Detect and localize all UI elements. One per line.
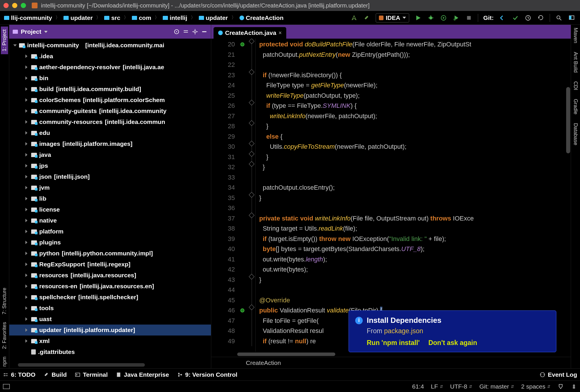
breadcrumb-item[interactable]: CreateAction [238,14,285,22]
tree-item[interactable]: java [9,149,211,160]
fold-toggle[interactable] [249,304,255,310]
tool-tab-ant[interactable]: Ant Build [572,51,579,74]
expand-arrow-icon[interactable] [25,197,29,200]
fold-toggle[interactable] [249,69,255,75]
code-area[interactable]: protected void doBuildPatchFile(File old… [256,39,571,352]
expand-arrow-icon[interactable] [25,284,29,288]
expand-arrow-icon[interactable] [25,164,29,167]
tool-tab-gradle[interactable]: Gradle [572,98,579,116]
tool-tab-version-control[interactable]: 9: Version Control [177,371,237,378]
caret-position[interactable]: 61:4 [412,383,424,390]
expand-arrow-icon[interactable] [25,252,29,255]
run-npm-install-link[interactable]: Run 'npm install' [367,339,420,347]
expand-arrow-icon[interactable] [13,44,17,46]
fold-toggle[interactable] [249,151,255,157]
tree-item[interactable]: edu [9,127,211,138]
inspection-profile[interactable] [571,383,577,390]
fold-toggle[interactable] [249,100,255,105]
locate-button[interactable] [173,29,180,35]
tool-windows-toggle[interactable] [3,384,10,389]
hammer-icon[interactable] [363,14,371,22]
run-button[interactable] [414,14,422,22]
breadcrumb-item[interactable]: com [130,14,153,22]
profile-button[interactable] [452,14,460,22]
expand-all-button[interactable] [183,29,189,35]
dont-ask-again-link[interactable]: Don't ask again [428,339,477,347]
tree-item[interactable]: uast [9,314,211,325]
vcs-revert-button[interactable] [537,14,545,22]
expand-arrow-icon[interactable] [25,87,29,91]
expand-arrow-icon[interactable] [25,131,29,135]
expand-arrow-icon[interactable] [25,295,29,299]
expand-arrow-icon[interactable] [25,98,29,102]
expand-arrow-icon[interactable] [25,120,29,124]
breadcrumb-item[interactable]: llij-community [2,14,54,22]
expand-arrow-icon[interactable] [25,328,29,332]
fold-column[interactable] [248,39,256,352]
fold-toggle[interactable] [249,212,255,218]
tool-tab-cdi[interactable]: CDI [572,80,579,91]
breadcrumb-item[interactable]: src [102,14,122,22]
tool-tab-todo[interactable]: 6: TODO [3,371,35,378]
event-log-button[interactable]: Event Log [540,371,577,378]
fold-toggle[interactable] [249,39,255,44]
tree-item[interactable]: colorSchemes [intellij.platform.colorSch… [9,95,211,105]
expand-arrow-icon[interactable] [25,241,29,244]
maximize-window-button[interactable] [21,3,26,8]
tree-item[interactable]: json [intellij.json] [9,171,211,182]
tree-item[interactable]: license [9,204,211,215]
indent-settings[interactable]: 2 spaces⇵ [521,383,551,390]
project-view-selector[interactable]: Project [21,28,41,35]
editor-tab[interactable]: CreateAction.java × [214,27,286,39]
tree-item[interactable]: bin [9,73,211,84]
expand-arrow-icon[interactable] [25,109,29,113]
run-config-selector[interactable]: IDEA [376,13,409,22]
editor-body[interactable]: 2021222324252627282930313233343536373839… [211,39,571,352]
line-separator[interactable]: LF⇵ [431,383,443,390]
horizontal-scrollbar[interactable] [18,363,145,367]
search-everywhere-button[interactable] [555,14,563,22]
vcs-commit-button[interactable] [512,14,519,22]
editor-breadcrumb[interactable]: CreateAction [211,357,571,368]
override-gutter-icon[interactable] [240,308,244,312]
expand-arrow-icon[interactable] [25,306,29,310]
tree-item[interactable]: jvm [9,182,211,193]
settings-button[interactable] [192,29,198,35]
tree-item[interactable]: jps [9,160,211,171]
tool-tab-project[interactable]: 1: Project [1,27,8,54]
git-branch[interactable]: Git: master⇵ [479,383,514,390]
file-encoding[interactable]: UTF-8⇵ [450,383,473,390]
tree-item[interactable]: build [intellij.idea.community.build] [9,84,211,95]
expand-arrow-icon[interactable] [25,219,29,222]
tree-item[interactable]: .idea [9,51,211,62]
expand-arrow-icon[interactable] [25,65,29,69]
tree-item[interactable]: resources [intellij.java.resources] [9,270,211,281]
tree-item[interactable]: native [9,215,211,226]
breadcrumb-item[interactable]: updater [197,14,230,22]
tree-item[interactable]: plugins [9,237,211,248]
breadcrumb-item[interactable]: updater [62,14,94,22]
project-tree[interactable]: intellij-community [intellij.idea.commun… [9,39,211,368]
tool-tab-structure[interactable]: 7: Structure [1,286,8,316]
tree-root[interactable]: intellij-community [intellij.idea.commun… [9,40,211,51]
hide-button[interactable] [201,29,207,35]
tree-item[interactable]: tools [9,303,211,314]
expand-arrow-icon[interactable] [25,54,29,58]
expand-arrow-icon[interactable] [25,339,29,343]
expand-arrow-icon[interactable] [25,263,29,266]
tree-item[interactable]: aether-dependency-resolver [intellij.jav… [9,62,211,73]
coverage-button[interactable] [440,14,447,22]
fold-toggle[interactable] [249,192,255,198]
tool-tab-build[interactable]: Build [44,371,67,378]
expand-arrow-icon[interactable] [25,208,29,211]
tool-tab-favorites[interactable]: 2: Favorites [1,320,8,351]
close-tab-button[interactable]: × [278,30,282,36]
minimize-window-button[interactable] [12,3,17,8]
tree-item[interactable]: images [intellij.platform.images] [9,138,211,149]
tool-tab-npm[interactable]: npm [1,355,8,368]
tool-tab-maven[interactable]: Maven [572,27,579,44]
tree-item[interactable]: RegExpSupport [intellij.regexp] [9,259,211,270]
memory-indicator[interactable] [557,383,564,390]
tool-tab-java-enterprise[interactable]: Java Enterprise [116,371,169,378]
close-window-button[interactable] [3,3,9,8]
